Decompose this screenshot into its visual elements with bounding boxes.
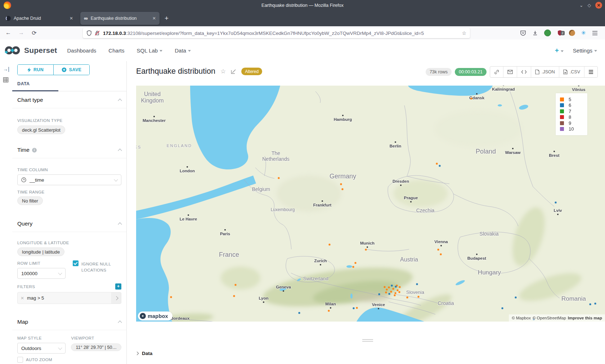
lonlat-pill[interactable]: longitude | latitude	[17, 247, 64, 256]
tab-data[interactable]: DATA	[17, 81, 30, 86]
url-bar[interactable]: 172.18.0.3:32108/superset/explore/?form_…	[83, 28, 470, 38]
data-point	[399, 286, 401, 288]
brand-name: Superset	[24, 46, 57, 55]
filter-item[interactable]: ✕ mag > 5	[17, 292, 121, 304]
data-point	[329, 244, 331, 246]
data-point	[515, 297, 517, 299]
insecure-lock-icon[interactable]	[95, 30, 100, 36]
data-point	[394, 295, 396, 296]
panel-resize-handle[interactable]	[362, 338, 373, 342]
mapbox-logo[interactable]: ✦ mapbox	[138, 311, 172, 320]
tab-close-icon[interactable]: ✕	[70, 16, 73, 21]
data-point	[590, 304, 591, 305]
data-point	[386, 289, 388, 291]
download-csv-button[interactable]: .CSV	[559, 67, 584, 77]
nav-data[interactable]: Data	[175, 47, 191, 54]
ignore-null-checkbox[interactable]	[73, 260, 79, 266]
expand-filter-icon[interactable]	[111, 292, 121, 304]
deckgl-scatterplot-map[interactable]: United KingdomENGLANDESThe NetherlandsBe…	[136, 86, 605, 322]
more-menu-button[interactable]	[584, 67, 597, 77]
time-range-pill[interactable]: No filter	[17, 196, 43, 205]
data-point	[393, 288, 394, 290]
map-points-layer	[136, 86, 605, 322]
tab-bar: Apache Druid ✕ ∞ Earthquake distribution…	[0, 10, 605, 26]
nav-charts[interactable]: Charts	[108, 47, 124, 54]
superset-logo[interactable]: Superset	[4, 46, 57, 55]
remove-filter-icon[interactable]: ✕	[18, 296, 27, 301]
code-icon	[521, 70, 527, 74]
data-point	[385, 292, 387, 294]
data-point	[342, 188, 344, 190]
add-filter-button[interactable]: +	[115, 283, 121, 290]
chevron-down-icon[interactable]: ⌄	[579, 3, 583, 8]
data-point	[233, 295, 235, 297]
embed-code-button[interactable]	[517, 67, 531, 77]
save-button[interactable]: SAVE	[53, 65, 89, 75]
edit-icon[interactable]	[231, 69, 236, 74]
section-time[interactable]: Time i	[12, 142, 126, 158]
row-limit-select[interactable]: 100000	[17, 268, 66, 279]
legend-label: 9	[569, 120, 571, 126]
data-point	[471, 98, 472, 100]
dataset-grid-icon[interactable]	[3, 77, 9, 83]
maximize-icon[interactable]: ◇	[587, 3, 591, 8]
pocket-icon[interactable]	[520, 30, 526, 36]
row-limit-label: ROW LIMIT	[17, 261, 73, 265]
section-chart-type[interactable]: Chart type	[12, 92, 126, 108]
attribution-mapbox[interactable]: © Mapbox	[512, 316, 531, 320]
privacy-extension-icon[interactable]	[544, 29, 551, 36]
download-json-button[interactable]: .JSON	[531, 67, 559, 77]
section-map[interactable]: Map	[12, 314, 126, 330]
data-point	[278, 177, 280, 179]
nav-dashboards[interactable]: Dashboards	[67, 47, 96, 54]
collapse-panel-icon[interactable]: →|	[3, 66, 9, 72]
data-point	[378, 294, 380, 295]
downloads-icon[interactable]	[532, 30, 538, 36]
data-point	[356, 307, 358, 309]
close-icon[interactable]: ✕	[595, 2, 602, 9]
new-tab-button[interactable]: +	[165, 14, 169, 22]
tab-apache-druid[interactable]: Apache Druid ✕	[2, 12, 77, 25]
copy-link-button[interactable]	[490, 67, 503, 77]
menu-icon[interactable]	[592, 31, 598, 36]
time-column-select[interactable]: __time	[17, 174, 121, 185]
legend-swatch	[560, 127, 564, 131]
adblock-extension-icon[interactable]: 2	[557, 30, 563, 36]
csv-file-icon	[563, 69, 568, 74]
tab-earthquake-distribution[interactable]: ∞ Earthquake distribution ✕	[80, 12, 160, 25]
bookmark-star-icon[interactable]: ☆	[460, 30, 466, 36]
data-point	[438, 249, 439, 251]
attribution-improve-link[interactable]: Improve this map	[568, 316, 602, 320]
snowflake-extension-icon[interactable]: ✳	[581, 29, 586, 36]
add-new-button[interactable]: +	[555, 46, 564, 54]
viz-type-pill[interactable]: deck.gl Scatterplot	[17, 126, 65, 134]
forward-icon[interactable]: →	[16, 29, 27, 36]
reload-icon[interactable]: ⟳	[29, 29, 40, 36]
viewport-pill[interactable]: 11° 28' 29.70" | 50…	[71, 343, 121, 351]
tracking-shield-icon[interactable]	[86, 30, 92, 36]
cookie-extension-icon[interactable]	[569, 30, 575, 36]
legend-row: 10	[560, 126, 587, 132]
email-button[interactable]	[503, 67, 517, 77]
data-point	[416, 283, 418, 285]
url-host: 172.18.0.3	[103, 31, 126, 36]
tab-close-icon[interactable]: ✕	[152, 16, 156, 21]
favorite-star-icon[interactable]: ☆	[220, 68, 226, 75]
data-point	[391, 285, 393, 287]
data-panel-toggle[interactable]: Data	[136, 351, 152, 356]
menu-icon	[588, 70, 593, 74]
map-style-select[interactable]: Outdoors	[17, 343, 66, 354]
data-point	[388, 287, 390, 288]
auto-zoom-checkbox[interactable]	[17, 357, 23, 363]
run-bolt-icon	[27, 68, 31, 72]
nav-sql-lab[interactable]: SQL Lab	[137, 47, 163, 54]
info-icon: i	[32, 148, 37, 153]
back-icon[interactable]: ←	[3, 29, 14, 36]
run-button[interactable]: RUN	[18, 65, 53, 75]
section-query[interactable]: Query	[12, 216, 126, 232]
data-point	[555, 202, 557, 204]
settings-menu[interactable]: Settings	[573, 47, 597, 54]
attribution-osm[interactable]: © OpenStreetMap	[533, 316, 566, 320]
superset-infinity-icon	[4, 46, 21, 55]
legend-label: 5	[569, 97, 571, 102]
